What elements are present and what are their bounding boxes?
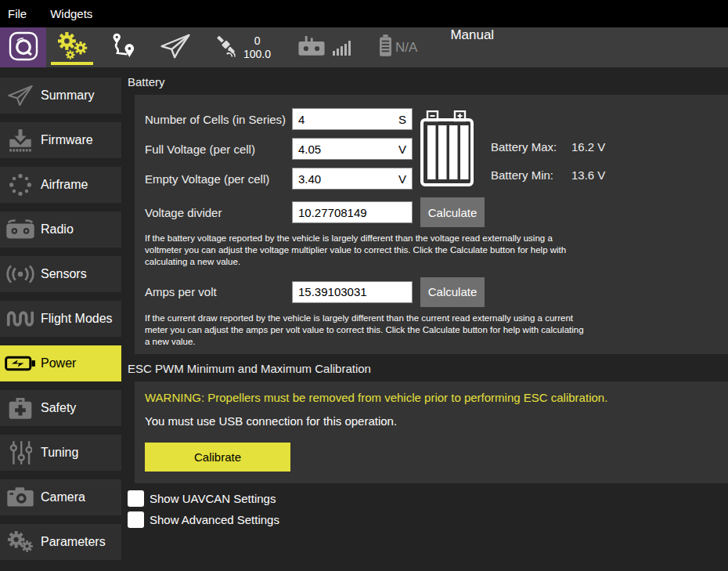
cells-input[interactable] [298, 113, 395, 126]
battery-status-text: N/A [395, 40, 417, 56]
sidebar-label: Safety [41, 401, 76, 415]
empty-voltage-input-box: V [292, 168, 413, 190]
amps-per-volt-calculate-button[interactable]: Calculate [420, 277, 485, 307]
uavcan-settings-row: Show UAVCAN Settings [128, 490, 728, 507]
radio-remote-icon [0, 219, 41, 240]
voltage-divider-help-text: If the battery voltage reported by the v… [145, 233, 585, 268]
uavcan-settings-checkbox[interactable] [128, 490, 144, 507]
menu-file[interactable]: File [0, 0, 39, 27]
gears-icon [0, 530, 41, 554]
sidebar-item-summary[interactable]: Summary [0, 78, 121, 114]
settings-gears-icon [55, 31, 89, 64]
sidebar-item-airframe[interactable]: Airframe [0, 167, 121, 203]
full-voltage-label: Full Voltage (per cell) [145, 143, 292, 156]
empty-voltage-unit: V [398, 172, 406, 186]
sidebar-label: Tuning [41, 446, 78, 460]
empty-voltage-label: Empty Voltage (per cell) [145, 172, 292, 186]
sidebar-label: Summary [41, 89, 94, 103]
sidebar-item-sensors[interactable]: Sensors [0, 256, 121, 292]
sidebar-item-safety[interactable]: Safety [0, 390, 121, 426]
satellite-icon [214, 34, 239, 62]
setup-view: Summary Firmware [0, 67, 728, 571]
voltage-divider-input[interactable] [298, 206, 406, 219]
amps-per-volt-help-text: If the current draw reported by the vehi… [145, 313, 585, 348]
paper-plane-icon [158, 31, 193, 64]
empty-voltage-input[interactable] [298, 172, 395, 186]
toolbar-battery-icon [379, 34, 392, 60]
sidebar-label: Power [41, 356, 76, 370]
sidebar-label: Camera [41, 490, 85, 504]
sidebar-label: Parameters [41, 535, 106, 549]
amps-per-volt-label: Amps per volt [145, 285, 292, 298]
power-setup-page: Battery Number of Cells (in Series) S Fu… [128, 67, 728, 533]
advanced-settings-label: Show Advanced Settings [150, 513, 279, 526]
battery-cells-icon [420, 110, 477, 190]
rc-remote-icon [297, 36, 326, 60]
flight-mode-selector[interactable]: Manual [450, 27, 494, 67]
voltage-divider-calculate-button[interactable]: Calculate [420, 197, 485, 227]
firmware-download-icon [0, 128, 41, 152]
esc-warning-text: WARNING: Propellers must be removed from… [145, 391, 717, 404]
sidebar-item-flight-modes[interactable]: Flight Modes [0, 301, 121, 337]
battery-min-value: 13.6 V [571, 168, 605, 182]
sidebar-item-camera[interactable]: Camera [0, 479, 121, 515]
battery-status[interactable]: N/A [376, 27, 417, 67]
full-voltage-unit: V [398, 143, 406, 156]
sidebar-label: Sensors [41, 267, 87, 281]
gps-readout: 0 100.0 [243, 34, 271, 60]
sensors-signal-icon [0, 263, 41, 285]
sidebar-item-parameters[interactable]: Parameters [0, 524, 121, 560]
cells-label: Number of Cells (in Series) [145, 113, 292, 126]
battery-readouts: Battery Max: 16.2 V Battery Min: 13.6 V [491, 140, 605, 197]
uavcan-settings-label: Show UAVCAN Settings [150, 492, 276, 505]
sidebar-label: Airframe [41, 178, 88, 192]
voltage-divider-label: Voltage divider [145, 206, 292, 219]
battery-min-label: Battery Min: [491, 168, 571, 182]
advanced-settings-checkbox[interactable] [128, 511, 144, 528]
active-tab-underline [51, 62, 93, 65]
esc-calibration-panel: WARNING: Propellers must be removed from… [135, 381, 728, 483]
battery-bolt-icon [0, 354, 41, 373]
voltage-divider-input-box [292, 201, 413, 223]
battery-min-line: Battery Min: 13.6 V [491, 168, 605, 182]
full-voltage-input-box: V [292, 138, 413, 160]
sidebar-label: Radio [41, 222, 74, 237]
qgc-logo-button[interactable] [0, 27, 46, 67]
full-voltage-input[interactable] [298, 143, 395, 156]
esc-section-title: ESC PWM Minimum and Maximum Calibration [128, 354, 728, 381]
menu-widgets[interactable]: Widgets [39, 0, 103, 27]
battery-section-title: Battery [128, 67, 728, 95]
battery-max-label: Battery Max: [491, 140, 571, 154]
calibrate-button[interactable]: Calibrate [145, 443, 290, 472]
gps-satellite-count: 0 [243, 34, 271, 47]
battery-max-value: 16.2 V [571, 140, 605, 154]
first-aid-icon [0, 396, 41, 420]
sidebar-label: Firmware [41, 133, 93, 147]
setup-sidebar: Summary Firmware [0, 78, 121, 569]
sidebar-label: Flight Modes [41, 312, 113, 326]
advanced-settings-row: Show Advanced Settings [128, 511, 728, 528]
sidebar-item-radio[interactable]: Radio [0, 211, 121, 248]
sidebar-item-tuning[interactable]: Tuning [0, 435, 121, 471]
qgc-logo-icon [7, 30, 40, 66]
cells-unit: S [398, 113, 406, 126]
menubar: File Widgets [0, 0, 728, 27]
sidebar-item-firmware[interactable]: Firmware [0, 122, 121, 158]
settings-options: Show UAVCAN Settings Show Advanced Setti… [128, 490, 728, 528]
voltage-divider-row: Voltage divider Calculate [145, 197, 717, 227]
cells-input-box: S [292, 108, 413, 130]
camera-icon [0, 487, 41, 508]
tab-plan[interactable] [98, 27, 150, 67]
sliders-icon [0, 440, 41, 465]
amps-per-volt-row: Amps per volt Calculate [145, 277, 717, 307]
esc-usb-note: You must use USB connection for this ope… [145, 414, 717, 428]
signal-bars-icon [333, 40, 352, 56]
battery-max-line: Battery Max: 16.2 V [491, 140, 605, 154]
sidebar-item-power[interactable]: Power [0, 345, 121, 381]
rc-status[interactable] [297, 27, 352, 67]
tab-vehicle-setup[interactable] [46, 27, 98, 67]
amps-per-volt-input[interactable] [298, 285, 406, 298]
gps-status[interactable]: 0 100.0 [214, 27, 271, 67]
gps-hdop: 100.0 [243, 48, 271, 60]
tab-fly[interactable] [150, 27, 201, 67]
